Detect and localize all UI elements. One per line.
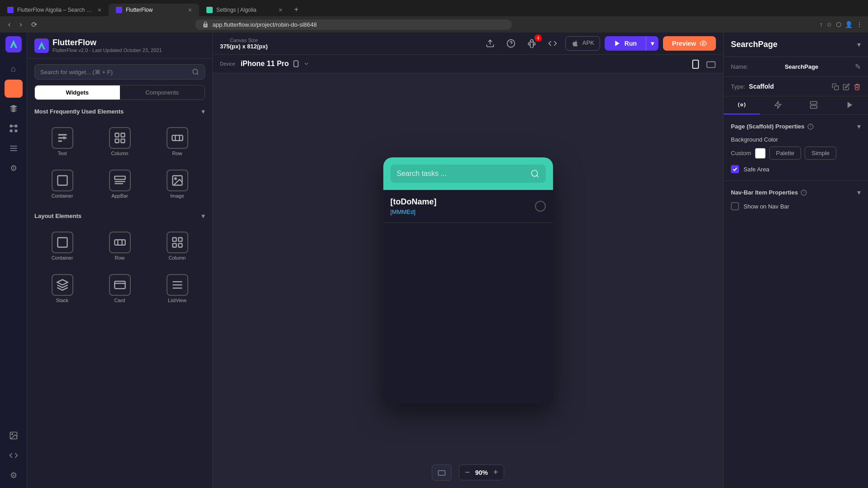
svg-rect-33 [114,240,125,245]
widget-search-box[interactable]: Search for widget... (⌘ + F) [34,64,205,80]
props-title: SearchPage [731,40,777,49]
refresh-button[interactable]: ⟳ [29,19,40,30]
search-bar[interactable]: Search tasks ... [391,165,546,183]
keyboard-view-button[interactable] [706,58,716,69]
widget-item-container[interactable]: Container [34,164,90,204]
widget-item-listview[interactable]: ListView [149,268,205,309]
custom-color-label: Custom [731,150,751,156]
browser-tab-flutterflow[interactable]: FlutterFlow × [109,4,199,16]
sidebar-settings-button[interactable]: ⚙ [5,159,23,177]
widget-item-appbar[interactable]: AppBar [92,164,148,204]
sidebar-connect-button[interactable] [5,119,23,137]
props-name-value: SearchPage [785,63,818,70]
props-tab-actions[interactable] [760,96,796,114]
info-icon [807,123,814,130]
widget-item-text[interactable]: T Text [34,121,90,162]
section-header-frequently-used[interactable]: Most Frequently Used Elements ▾ [27,104,212,119]
extensions-icon[interactable]: ⬡ [836,21,841,28]
props-expand-icon[interactable]: ▾ [857,40,861,49]
svg-rect-6 [14,125,17,128]
tab-close-settings[interactable]: × [279,6,282,14]
palette-option-button[interactable]: Palette [769,147,801,160]
widget-item-row[interactable]: Row [149,121,205,162]
props-section-header-page[interactable]: Page (Scaffold) Properties ▾ [731,122,861,131]
run-button[interactable]: Run [605,36,646,51]
tab-close-ff[interactable]: × [188,6,192,14]
sidebar-build-button[interactable] [5,80,23,98]
svg-rect-8 [14,130,17,133]
help-button[interactable] [503,36,519,51]
upload-button[interactable] [482,36,498,51]
widget-label-container2: Container [52,255,73,261]
forward-button[interactable]: › [17,19,24,29]
device-select-button[interactable]: iPhone 11 Pro [241,60,310,68]
sidebar-layers-button[interactable] [5,99,23,118]
simple-option-button[interactable]: Simple [805,147,836,160]
widget-item-container2[interactable]: Container [34,226,90,266]
widget-icon-appbar [109,170,131,191]
props-copy-icon[interactable] [843,82,850,90]
todo-name: [toDoName] [391,197,437,207]
widget-item-image[interactable]: Image [149,164,205,204]
tab-widgets[interactable]: Widgets [35,85,120,99]
canvas-size-label: Canvas Size [220,38,268,43]
show-nav-bar-checkbox[interactable] [731,202,739,210]
safe-area-label: Safe Area [744,166,769,173]
ff-branding: FlutterFlow FlutterFlow v2.0 - Last Upda… [27,33,212,59]
widget-label-column2: Column [169,255,186,261]
svg-rect-26 [57,176,67,185]
widget-item-column[interactable]: Column [92,121,148,162]
lock-icon [202,21,209,28]
browser-tab-algolia[interactable]: FlutterFlow Algolia – Search w... × [0,4,109,16]
profile-icon[interactable]: 👤 [845,21,853,28]
widget-icon-row [167,127,188,149]
sidebar-media-button[interactable] [5,426,23,445]
menu-icon[interactable]: ⋮ [856,21,863,28]
sidebar-database-button[interactable] [5,139,23,157]
safe-area-checkbox[interactable] [731,165,739,173]
props-name-edit-icon[interactable]: ✎ [855,62,861,71]
sidebar-bottom-settings-button[interactable]: ⚙ [5,466,23,484]
props-copy-page-icon[interactable] [832,82,839,90]
preview-button[interactable]: Preview [663,36,716,51]
svg-point-64 [531,170,537,176]
todo-item[interactable]: [toDoName] [MMMEd] [383,190,553,223]
nav-bar-header[interactable]: Nav-Bar Item Properties ▾ [731,188,861,197]
todo-checkbox[interactable] [535,201,546,212]
tab-components[interactable]: Components [120,85,205,99]
code-button[interactable] [544,36,561,51]
run-dropdown-button[interactable]: ▾ [646,36,658,51]
zoom-out-button[interactable]: − [465,468,470,477]
keyboard-toggle-button[interactable] [432,464,452,481]
widget-item-row2[interactable]: Row [92,226,148,266]
apk-button[interactable]: APK [565,36,600,51]
props-tab-play[interactable] [832,96,868,114]
address-bar[interactable]: app.flutterflow.io/project/robin-do-sl86… [195,19,512,30]
zoom-in-button[interactable]: + [493,468,498,477]
widget-item-card[interactable]: Card [92,268,148,309]
svg-marker-77 [848,102,853,108]
ff-logo-svg [34,38,49,53]
phone-icon [292,60,300,67]
props-tab-properties[interactable] [724,96,760,114]
sidebar-home-button[interactable]: ⌂ [5,60,23,78]
sidebar-code-button[interactable] [5,446,23,464]
section-header-layout[interactable]: Layout Elements ▾ [27,208,212,224]
share-icon[interactable]: ↑ [820,21,823,28]
bookmark-icon[interactable]: ☆ [826,21,832,28]
browser-tab-settings[interactable]: Settings | Algolia × [199,4,290,16]
props-delete-icon[interactable] [854,82,861,90]
browser-action-buttons: ↑ ☆ ⬡ 👤 ⋮ [820,21,863,28]
tab-close-algolia[interactable]: × [98,6,101,14]
nav-bar-title: Nav-Bar Item Properties [731,189,807,196]
tab-title-algolia: FlutterFlow Algolia – Search w... [17,7,94,13]
properties-panel: SearchPage ▾ Name: SearchPage ✎ Type: Sc… [723,33,868,488]
new-tab-button[interactable]: + [290,3,303,16]
color-swatch[interactable] [755,148,766,159]
widget-item-stack[interactable]: Stack [34,268,90,309]
props-tab-backend[interactable] [796,96,832,114]
device-name-text: iPhone 11 Pro [241,60,289,68]
back-button[interactable]: ‹ [5,19,13,29]
phone-view-button[interactable] [691,58,701,69]
widget-item-column2[interactable]: Column [149,226,205,266]
